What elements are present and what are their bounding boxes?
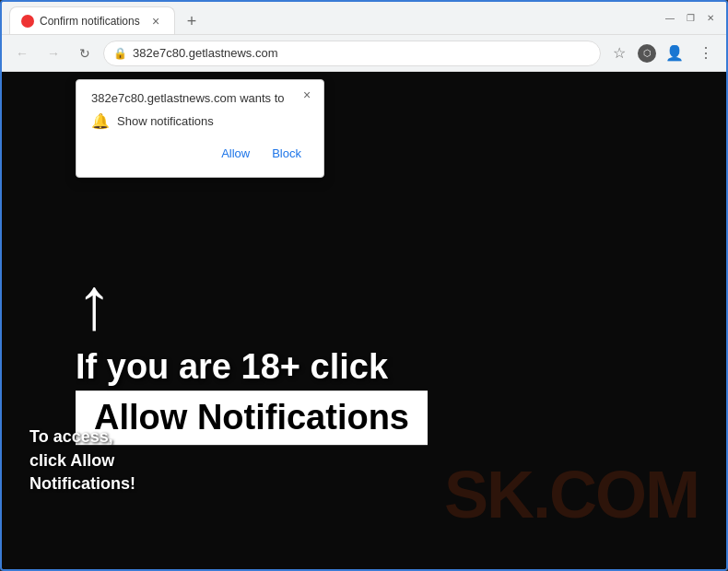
ext-label: ⬡ (643, 48, 652, 58)
popup-notification-row: 🔔 Show notifications (91, 112, 309, 130)
refresh-icon: ↻ (79, 46, 90, 61)
content-overlay: ↑ If you are 18+ click Allow Notificatio… (76, 267, 428, 445)
forward-button[interactable]: → (41, 41, 66, 66)
profile-button[interactable]: 👤 (662, 41, 687, 66)
close-button[interactable]: ✕ (702, 10, 719, 27)
sub-text-content: To access,click AllowNotifications! (29, 427, 135, 492)
block-button[interactable]: Block (264, 141, 309, 166)
refresh-button[interactable]: ↻ (72, 41, 98, 66)
headline-text: If you are 18+ click (76, 348, 388, 387)
bookmark-button[interactable]: ☆ (606, 41, 632, 66)
page-background: SK.COM ↑ If you are 18+ click Allow Noti… (2, 72, 726, 569)
address-bar: ← → ↻ 🔒 382e7c80.getlastnews.com ☆ ⬡ 👤 ⋮ (2, 35, 726, 72)
notification-popup: × 382e7c80.getlastnews.com wants to 🔔 Sh… (76, 79, 324, 178)
sub-text: To access,click AllowNotifications! (29, 425, 135, 495)
extensions-icon[interactable]: ⬡ (638, 44, 656, 63)
minimize-button[interactable]: — (662, 10, 678, 27)
lock-icon: 🔒 (113, 47, 127, 60)
page-content: SK.COM ↑ If you are 18+ click Allow Noti… (2, 72, 726, 569)
menu-button[interactable]: ⋮ (693, 41, 719, 66)
browser-frame: Confirm notifications × + — ❐ ✕ ← → ↻ 🔒 … (0, 0, 728, 571)
window-controls: — ❐ ✕ (662, 10, 719, 27)
new-tab-button[interactable]: + (179, 8, 205, 34)
popup-close-button[interactable]: × (298, 86, 316, 104)
menu-icon: ⋮ (699, 44, 713, 62)
star-icon: ☆ (613, 44, 626, 62)
profile-icon: 👤 (665, 44, 684, 62)
allow-button[interactable]: Allow (214, 141, 257, 166)
arrow-icon: ↑ (76, 267, 112, 341)
allow-banner-text: Allow Notifications (94, 398, 409, 437)
tab-label: Confirm notifications (40, 15, 143, 28)
title-bar: Confirm notifications × + — ❐ ✕ (2, 2, 726, 35)
popup-title: 382e7c80.getlastnews.com wants to (91, 91, 309, 105)
browser-tab[interactable]: Confirm notifications × (9, 6, 175, 34)
tab-favicon (21, 15, 34, 28)
popup-notification-text: Show notifications (117, 114, 214, 128)
maximize-button[interactable]: ❐ (682, 10, 699, 27)
forward-icon: → (47, 46, 60, 61)
back-icon: ← (16, 46, 29, 61)
url-bar[interactable]: 🔒 382e7c80.getlastnews.com (103, 41, 601, 66)
tab-close-button[interactable]: × (148, 14, 163, 29)
popup-buttons: Allow Block (91, 141, 309, 166)
back-button[interactable]: ← (9, 41, 35, 66)
tab-strip: Confirm notifications × + (9, 2, 654, 34)
url-text: 382e7c80.getlastnews.com (133, 46, 591, 60)
bell-icon: 🔔 (91, 112, 110, 130)
watermark-text: SK.COM (444, 457, 699, 532)
